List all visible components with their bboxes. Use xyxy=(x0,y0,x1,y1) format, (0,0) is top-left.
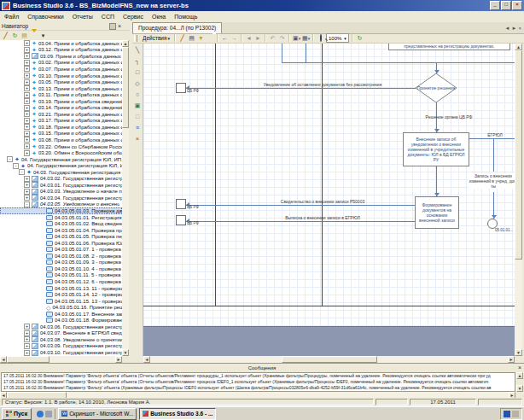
refresh-diagram-icon[interactable]: ↻ xyxy=(356,34,364,42)
expand-icon[interactable]: + xyxy=(24,189,30,195)
tree-item[interactable]: +04.03.09. Государственная регистр xyxy=(0,343,122,350)
taskbar-task-button[interactable]: WСкриншот - Microsoft W... xyxy=(58,408,137,420)
tree-item[interactable]: +✦03.22. Обмен со Сбербанком России xyxy=(0,143,122,150)
expand-icon[interactable]: + xyxy=(24,324,30,330)
tree-item[interactable]: +✦03.02. Прием и обработка данных от Ф xyxy=(0,60,122,67)
menu-item[interactable]: Отчеты xyxy=(68,14,97,20)
ellipse-tool-icon[interactable]: ○ xyxy=(134,90,142,98)
tree-item[interactable]: 04.03.05.01.18. Формировани xyxy=(0,318,122,324)
tree-hscroll-thumb[interactable] xyxy=(7,356,49,363)
tree-item[interactable]: +✦03.18. Прием и обработка данных от П xyxy=(0,124,122,131)
next-tab-icon[interactable]: ► xyxy=(512,25,517,32)
external-entity[interactable]: ЦБ РФ xyxy=(176,199,186,209)
expand-icon[interactable]: + xyxy=(24,150,30,156)
back-icon[interactable]: ← xyxy=(221,34,229,42)
tree-item[interactable]: 04.03.05.01.09. 3 - проверка н xyxy=(0,260,122,266)
edit-diagram-icon[interactable]: ╱ xyxy=(178,34,186,42)
menu-item[interactable]: Справочники xyxy=(23,14,67,20)
expand-icon[interactable]: + xyxy=(24,195,30,201)
collapse-icon[interactable]: - xyxy=(19,169,25,175)
scroll-down-icon[interactable]: ▼ xyxy=(516,385,523,392)
expand-icon[interactable]: + xyxy=(24,330,30,336)
tree-item[interactable]: 04.03.05.01.10. 4 - проверка н xyxy=(0,265,122,272)
frame-tool-icon[interactable]: □ xyxy=(134,113,142,120)
filter-icon[interactable] xyxy=(30,32,38,39)
tree-item[interactable]: -✦04.03. Государственная регистрация Н xyxy=(0,169,122,176)
new-item-icon[interactable]: ▤ xyxy=(20,32,28,39)
tree-item[interactable]: +✦03.14. Прием и обработка сведений о xyxy=(0,104,122,111)
scroll-left-icon[interactable]: ◄ xyxy=(143,356,150,363)
close-messages-icon[interactable]: × xyxy=(518,365,521,371)
expand-icon[interactable]: + xyxy=(24,47,30,53)
expand-icon[interactable]: + xyxy=(24,111,30,117)
scroll-down-icon[interactable]: ▼ xyxy=(515,349,522,356)
external-entity[interactable]: ЦБ РФ xyxy=(176,215,186,225)
toolbar-grip[interactable] xyxy=(134,35,137,42)
tree-item[interactable]: +✦03.08. Прием и обработка данных от А xyxy=(0,137,122,143)
expand-icon[interactable]: + xyxy=(24,124,30,130)
tree-item[interactable]: 04.03.05.01.11. 5 - проверка н xyxy=(0,272,122,279)
scroll-up-icon[interactable]: ▲ xyxy=(516,372,523,379)
delete-tool-icon[interactable]: × xyxy=(134,135,142,143)
tree-item[interactable]: +✦03.15. Прием и обработка данных от Р xyxy=(0,131,122,137)
tree-item[interactable]: +04.03.06. Государственная регистр xyxy=(0,324,122,330)
expand-icon[interactable]: + xyxy=(24,350,30,356)
tree-item[interactable]: 04.03.05.01.15. 13 - проверка в xyxy=(0,298,122,305)
undo-icon[interactable]: ↶ xyxy=(269,34,277,42)
expand-icon[interactable]: + xyxy=(24,105,30,111)
export-icon[interactable]: ▤ xyxy=(188,34,195,42)
tree-item[interactable]: +✦03.10. Прием и обработка данных от с xyxy=(0,73,122,79)
tree-item[interactable]: +✦03.20. Обмен с Всероссийским общес xyxy=(0,149,122,156)
menu-item[interactable]: ССП xyxy=(97,14,119,20)
tree-item[interactable]: 04.03.05.01.06. Проверка ЮЛ п xyxy=(0,240,122,247)
tree-item[interactable]: +04.03.01. Государственная регистр xyxy=(0,182,122,189)
forward-icon[interactable]: → xyxy=(230,34,238,42)
collapse-icon[interactable]: - xyxy=(13,163,19,169)
format-brush-icon[interactable]: ▼ xyxy=(197,34,205,42)
menu-item[interactable]: Окна xyxy=(148,14,170,20)
expand-icon[interactable]: + xyxy=(24,343,30,349)
tree-item[interactable]: +✦03.11. Прием и обработка данных от Ч xyxy=(0,91,122,98)
tree-item[interactable]: 04.03.05.01.04. Проверка прав xyxy=(0,227,122,234)
taskbar-task-button[interactable]: Business Studio 3.6 - ... xyxy=(139,408,216,420)
tray-status-icon[interactable] xyxy=(512,411,519,417)
grid-icon[interactable]: ▦▾ xyxy=(302,34,310,42)
expand-icon[interactable]: + xyxy=(24,66,30,72)
message-line[interactable]: 17.05.2011 16:02:30 Внимание! Параметр '… xyxy=(2,373,515,379)
expand-icon[interactable]: + xyxy=(24,98,30,104)
expand-icon[interactable]: + xyxy=(24,176,30,182)
expand-icon[interactable]: + xyxy=(24,336,30,342)
diagram-canvas[interactable]: представленных на регистрацию документах… xyxy=(143,44,515,356)
tree-item[interactable]: 04.03.05.01.07. 1 - проверка на xyxy=(0,247,122,254)
canvas-hscroll-thumb[interactable] xyxy=(282,356,377,363)
text-block-tool-icon[interactable]: ≡ xyxy=(134,124,142,131)
expand-icon[interactable]: + xyxy=(24,92,30,98)
zoom-icon[interactable] xyxy=(317,34,324,42)
tree-item[interactable]: ◇04.03.05.01.16. Принятие реше xyxy=(0,304,122,311)
tree-item[interactable]: +✦03.12. Прием и обработка данных от М xyxy=(0,47,122,54)
tree-item[interactable]: +✦03.07. Прием и обработка данных от с xyxy=(0,66,122,73)
save-icon[interactable] xyxy=(207,34,214,42)
document-note[interactable]: представленных на регистрацию документах… xyxy=(388,44,510,50)
tree-item[interactable]: +04.03.04. Государственная регистр xyxy=(0,195,122,201)
tree-item[interactable]: -04.03.05. Уведомление о внесени xyxy=(0,201,122,208)
tree-item[interactable]: +04.03.03. Уведомление о начале п xyxy=(0,189,122,195)
external-entity[interactable]: ЦБ РФ xyxy=(176,83,186,93)
expand-icon[interactable]: + xyxy=(24,137,30,143)
scroll-down-icon[interactable]: ▼ xyxy=(122,349,129,356)
dropdown-icon[interactable]: ▾ xyxy=(39,32,47,39)
expand-icon[interactable]: + xyxy=(24,143,30,149)
prev-icon[interactable]: ◄ xyxy=(245,34,253,42)
tree-item[interactable]: +✦03.21. Прием и обработка данных от Ч xyxy=(0,111,122,118)
actions-button[interactable]: Действия ▾ xyxy=(141,35,172,41)
tree-item[interactable]: 04.03.05.01.14. 12 - проверка д xyxy=(0,291,122,298)
tree-item[interactable]: +04.03.07. Внесение в ЕГРЮЛ свед xyxy=(0,330,122,337)
scroll-up-icon[interactable]: ▲ xyxy=(515,44,522,50)
flow-box[interactable]: Внесение записи об уведомлении о внесени… xyxy=(403,132,469,166)
tree-item[interactable]: +✦03.13. Прием и обработка данных от Ч xyxy=(0,85,122,92)
decision-diamond[interactable]: Принятие решения xyxy=(416,73,457,102)
tree-item[interactable]: -✦04. Государственная регистрация ЮЛ, ИГ xyxy=(0,162,122,169)
close-panel-icon[interactable]: × xyxy=(118,24,121,29)
expand-icon[interactable]: + xyxy=(24,53,30,59)
collapse-icon[interactable]: - xyxy=(7,156,13,162)
